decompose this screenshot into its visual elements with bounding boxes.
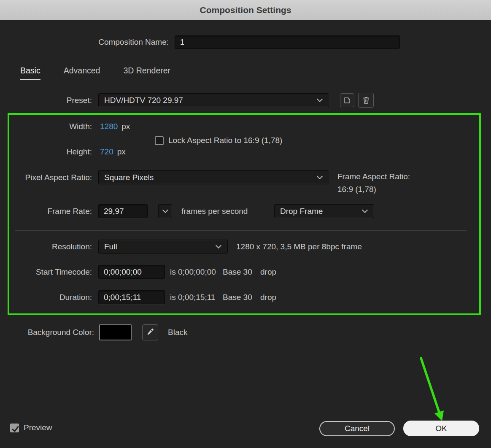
delete-preset-button[interactable] [358,93,374,108]
chevron-down-icon [216,243,221,248]
tab-advanced-label: Advanced [64,66,100,75]
resolution-dropdown[interactable]: Full [98,240,228,254]
save-preset-icon [343,97,351,104]
resolution-label: Resolution: [0,240,92,254]
tab-bar: Basic Advanced 3D Renderer [20,66,170,80]
annotation-arrow [405,354,451,426]
cancel-button-label: Cancel [345,424,370,433]
tab-basic[interactable]: Basic [20,66,40,80]
drop-frame-dropdown[interactable]: Drop Frame [274,204,374,218]
preset-value: HDV/HDTV 720 29.97 [104,96,183,105]
ok-button[interactable]: OK [403,421,479,436]
lock-aspect-label: Lock Aspect Ratio to 16:9 (1,78) [168,136,282,145]
chevron-down-icon [162,207,168,213]
composition-name-label: Composition Name: [0,35,169,49]
background-color-name: Black [168,325,187,340]
composition-name-input[interactable] [175,35,400,49]
section-divider [15,230,467,231]
duration-base: Base 30 [223,290,252,304]
eyedropper-button[interactable] [142,324,158,340]
dialog-titlebar: Composition Settings [0,0,491,20]
height-value-row: 720 px [100,146,126,157]
lock-aspect-checkbox[interactable] [155,136,164,145]
height-unit: px [117,147,126,157]
width-unit: px [121,122,130,131]
frame-rate-dropdown-button[interactable] [158,204,172,218]
duration-label: Duration: [0,290,92,304]
tab-3d-renderer[interactable]: 3D Renderer [123,66,170,80]
start-timecode-label: Start Timecode: [0,265,92,279]
preset-label: Preset: [0,93,92,107]
cancel-button[interactable]: Cancel [319,421,395,436]
height-label: Height: [0,146,92,157]
chevron-down-icon [317,96,323,102]
preview-checkbox[interactable] [10,424,19,432]
dialog-title: Composition Settings [200,5,291,15]
tab-3d-renderer-label: 3D Renderer [123,66,170,75]
duration-input[interactable] [98,290,165,304]
tab-advanced[interactable]: Advanced [64,66,100,80]
start-timecode-input[interactable] [98,265,165,279]
resolution-info-text: 1280 x 720, 3,5 MB per 8bpc frame [236,240,362,254]
tab-basic-label: Basic [20,66,40,75]
frame-aspect-ratio-label: Frame Aspect Ratio: [337,170,410,183]
chevron-down-icon [317,173,323,179]
start-timecode-drop: drop [260,265,276,279]
background-color-label: Background Color: [0,325,94,340]
height-value[interactable]: 720 [100,147,113,157]
frame-aspect-ratio-value: 16:9 (1,78) [337,183,410,196]
pixel-aspect-ratio-label: Pixel Aspect Ratio: [0,170,92,184]
frame-rate-input[interactable] [98,204,148,218]
start-timecode-info: is 0;00;00;00 [170,265,216,279]
frame-aspect-ratio-block: Frame Aspect Ratio: 16:9 (1,78) [337,170,410,196]
width-value-row: 1280 px [100,121,130,132]
trash-icon [362,96,370,104]
chevron-down-icon [362,207,368,213]
frame-rate-label: Frame Rate: [0,204,92,218]
lock-aspect-row: Lock Aspect Ratio to 16:9 (1,78) [155,136,282,145]
resolution-value: Full [104,242,117,251]
eyedropper-icon [146,328,154,337]
pixel-aspect-ratio-dropdown[interactable]: Square Pixels [98,170,329,184]
width-value[interactable]: 1280 [100,122,118,131]
duration-info: is 0;00;15;11 [170,290,215,304]
preview-row: Preview [10,423,52,432]
drop-frame-value: Drop Frame [280,207,323,216]
ok-button-label: OK [435,424,447,433]
preset-dropdown[interactable]: HDV/HDTV 720 29.97 [98,93,329,107]
frame-rate-unit-text: frames per second [181,204,248,218]
background-color-swatch[interactable] [99,324,132,340]
save-preset-button[interactable] [340,93,354,107]
width-label: Width: [0,121,92,132]
start-timecode-base: Base 30 [223,265,252,279]
preview-label: Preview [24,423,52,432]
duration-drop: drop [260,290,276,304]
pixel-aspect-ratio-value: Square Pixels [104,173,154,182]
